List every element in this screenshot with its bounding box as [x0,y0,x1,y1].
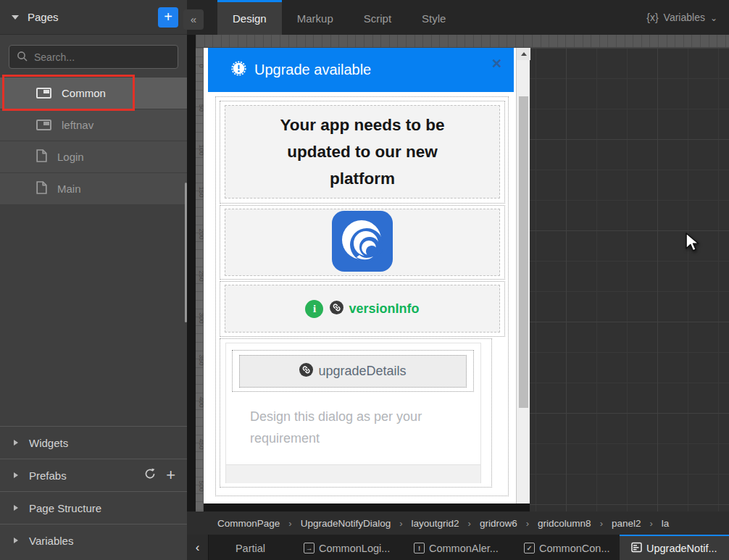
confirm-icon: ✓ [524,543,535,553]
tab-scroll-left-button[interactable]: ‹ [187,535,209,560]
tab-label: CommonCon... [539,543,610,554]
section-label: Variables [29,535,73,547]
partial-icon [36,88,51,99]
tab-style[interactable]: Style [407,0,461,35]
search-box [9,45,178,69]
breadcrumb-item[interactable]: la [662,518,670,529]
breadcrumb: CommonPage › UpgradeNotifyDialog › layou… [187,511,729,535]
breadcrumb-separator: › [288,518,291,529]
breadcrumb-separator: › [526,518,529,529]
tab-script[interactable]: Script [349,0,407,35]
version-info-row: i versionInfo [305,300,419,318]
badge-icon [231,61,246,79]
sidebar-scrollbar[interactable] [185,183,187,322]
tab-markup[interactable]: Markup [282,0,349,35]
breadcrumb-item[interactable]: UpgradeNotifyDialog [301,518,391,529]
upgrade-details-label: upgradeDetails [318,364,406,379]
info-icon: i [305,300,323,318]
sidebar-item-leftnav[interactable]: leftnav [0,109,187,141]
open-files-tabbar: ‹ Partial → CommonLogi... ! CommonAler..… [187,535,729,560]
fx-icon: {x} [646,12,658,23]
breadcrumb-item[interactable]: layoutgrid2 [412,518,459,529]
caret-down-icon [12,15,19,20]
variables-dropdown-label: Variables [664,12,705,23]
pages-panel-title: Pages [28,11,59,23]
scroll-up-icon [521,52,527,56]
variables-dropdown[interactable]: {x} Variables ⌄ [646,0,717,35]
tab-common-alert[interactable]: ! CommonAler... [402,535,512,560]
sidebar-section-widgets[interactable]: Widgets [0,426,187,459]
sidebar-item-common[interactable]: Common [0,78,187,109]
sidebar-section-variables[interactable]: Variables [0,524,187,556]
sidebar-sections: Widgets Prefabs + Page Structure Variabl… [0,426,187,556]
tab-partial[interactable]: Partial [209,535,292,560]
tab-design[interactable]: Design [217,0,282,35]
dialog-heading-text: Your app needs to be updated to our new … [262,112,463,192]
sidebar-section-page-structure[interactable]: Page Structure [0,491,187,524]
pages-list: Common leftnav Login Main [0,78,187,205]
picture-widget[interactable] [225,209,500,276]
mouse-cursor [684,232,700,256]
vertical-ruler: 0 50 100 150 200 250 300 350 400 450 500 [196,48,204,511]
page-label: Login [57,151,84,163]
scroll-up-button[interactable] [517,48,530,60]
breadcrumb-separator: › [600,518,603,529]
pages-panel: Pages + Common leftnav Login [0,0,187,560]
editor-topbar: Design Markup Script Style {x} Variables… [187,0,729,35]
dialog-header[interactable]: Upgrade available ✕ [208,48,514,92]
pages-panel-header[interactable]: Pages + [0,0,187,35]
section-label: Prefabs [29,469,67,482]
page-label: leftnav [62,119,93,131]
section-label: Page Structure [29,502,101,514]
page-label: Main [57,183,81,195]
canvas-grid [530,48,729,511]
page-icon [36,149,47,165]
plus-icon[interactable]: + [166,468,175,482]
dialog-title: Upgrade available [254,62,371,78]
wavemaker-logo-icon [332,211,393,275]
prefabs-actions: + [143,467,175,483]
wavemaker-studio: Pages + Common leftnav Login [0,0,729,560]
refresh-icon[interactable] [143,467,157,483]
panel-footer [226,464,480,483]
caret-right-icon [14,538,18,543]
section-label: Widgets [29,437,68,449]
version-info-label: versionInfo [349,301,419,317]
tab-label: CommonLogi... [319,543,390,554]
breadcrumb-separator: › [399,518,402,529]
tab-label: CommonAler... [429,543,499,554]
close-icon[interactable]: ✕ [491,56,502,72]
breadcrumb-separator: › [650,518,653,529]
tab-common-confirm[interactable]: ✓ CommonCon... [512,535,620,560]
sidebar-item-login[interactable]: Login [0,141,187,173]
search-input[interactable] [9,45,178,69]
login-icon: → [304,543,314,553]
page-icon [36,181,47,197]
sidebar-section-prefabs[interactable]: Prefabs + [0,459,187,491]
dialog-content-placeholder: Design this dialog as per your requireme… [250,406,462,449]
scrollbar-thumb[interactable] [519,96,528,408]
breadcrumb-item[interactable]: gridrow6 [480,518,517,529]
breadcrumb-item[interactable]: panel2 [612,518,641,529]
collapse-panel-button[interactable]: « [183,9,204,30]
add-page-button[interactable]: + [158,7,178,28]
breadcrumb-item[interactable]: CommonPage [217,518,280,529]
bind-icon [330,301,343,317]
sidebar-item-main[interactable]: Main [0,173,187,205]
alert-icon: ! [414,543,425,553]
upgrade-details-button[interactable]: upgradeDetails [239,355,467,388]
page-label: Common [62,87,106,99]
partial-icon [36,120,51,130]
search-icon [17,51,28,65]
breadcrumb-item[interactable]: gridcolumn8 [538,518,591,529]
breadcrumb-separator: › [468,518,471,529]
tab-upgrade-notify[interactable]: UpgradeNotif... [620,535,729,560]
tab-label: UpgradeNotif... [646,543,717,554]
heading-label-widget[interactable]: Your app needs to be updated to our new … [225,105,500,198]
canvas-scrollbar[interactable] [516,48,530,503]
tab-common-login[interactable]: → CommonLogi... [292,535,402,560]
bind-icon [299,363,313,380]
horizontal-ruler [196,35,729,48]
caret-right-icon [14,440,18,446]
version-info-label-widget[interactable]: i versionInfo [225,285,500,333]
